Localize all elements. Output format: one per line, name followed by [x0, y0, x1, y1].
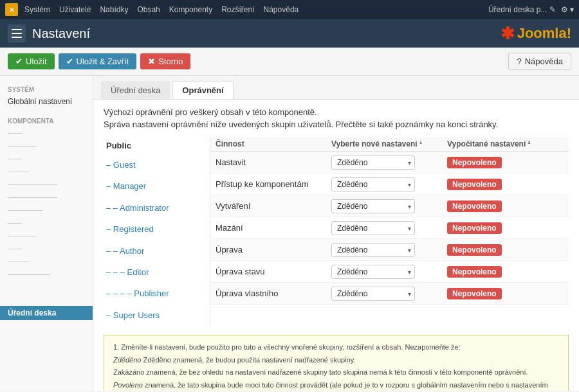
perm-action-3: Mazání	[216, 223, 331, 233]
perm-row-0: Nastavit Zděděno Povoleno Zakázáno ▾	[210, 152, 569, 174]
calc-badge-6: Nepovoleno	[447, 288, 502, 299]
select-wrapper-0: Zděděno Povoleno Zakázáno ▾	[331, 156, 415, 170]
help-button[interactable]: ? Nápověda	[508, 53, 571, 70]
sidebar-item-1[interactable]: ——	[0, 126, 93, 139]
svg-rect-0	[12, 29, 22, 30]
sidebar-item-11[interactable]: ———	[0, 254, 93, 267]
joomla-brand-text: Joomla!	[517, 25, 571, 42]
sidebar-item-5[interactable]: ———————	[0, 177, 93, 190]
perm-action-2: Vytváření	[216, 201, 331, 211]
col-header-calc: Vypočítané nastavení ²	[447, 139, 564, 148]
select-wrapper-5: Zděděno Povoleno Zakázáno ▾	[331, 265, 415, 279]
note-povoleno: Povoleno	[113, 381, 143, 389]
perm-row-6: Úprava vlastního Zděděno Povoleno Zakázá…	[210, 283, 569, 305]
sidebar-system-label: SYSTÉM	[0, 82, 93, 94]
settings-icon[interactable]: ⚙ ▾	[561, 5, 574, 14]
cancel-button[interactable]: ✖ Storno	[140, 53, 190, 69]
perm-action-5: Úprava stavu	[216, 267, 331, 276]
cancel-label: Storno	[158, 57, 183, 66]
tab-opravneni[interactable]: Oprávnění	[172, 81, 233, 99]
nav-help[interactable]: Nápověda	[264, 5, 299, 14]
calc-badge-4: Nepovoleno	[447, 244, 502, 256]
sidebar-item-7[interactable]: —————	[0, 203, 93, 216]
menu-toggle-icon[interactable]	[8, 24, 26, 42]
perm-row-5: Úprava stavu Zděděno Povoleno Zakázáno ▾	[210, 261, 569, 283]
select-wrapper-6: Zděděno Povoleno Zakázáno ▾	[331, 287, 415, 301]
perm-select-1: Zděděno Povoleno Zakázáno ▾	[331, 177, 447, 192]
nav-menus[interactable]: Nabídky	[100, 5, 128, 14]
svg-rect-2	[12, 37, 22, 38]
perm-select-4: Zděděno Povoleno Zakázáno ▾	[331, 243, 447, 257]
group-manager[interactable]: – Manager	[104, 175, 210, 197]
tabs-bar: Úřední deska Oprávnění	[93, 76, 579, 100]
calc-badge-5: Nepovoleno	[447, 266, 502, 278]
calc-badge-1: Nepovoleno	[447, 179, 502, 190]
select-wrapper-2: Zděděno Povoleno Zakázáno ▾	[331, 199, 415, 213]
cancel-icon: ✖	[148, 57, 155, 66]
perm-select-5: Zděděno Povoleno Zakázáno ▾	[331, 265, 447, 279]
sidebar-item-global[interactable]: Globální nastavení	[0, 94, 93, 109]
nav-content[interactable]: Obsah	[137, 5, 160, 14]
select-wrapper-3: Zděděno Povoleno Zakázáno ▾	[331, 221, 415, 235]
calc-badge-2: Nepovoleno	[447, 200, 502, 212]
calc-badge-3: Nepovoleno	[447, 222, 502, 234]
perm-dropdown-1[interactable]: Zděděno Povoleno Zakázáno	[331, 177, 415, 192]
perm-calc-0: Nepovoleno	[447, 157, 564, 168]
perm-dropdown-6[interactable]: Zděděno Povoleno Zakázáno	[331, 287, 415, 301]
sidebar-item-8[interactable]: ——	[0, 216, 93, 229]
group-administrator[interactable]: – – Administrator	[104, 197, 210, 218]
perm-select-3: Zděděno Povoleno Zakázáno ▾	[331, 221, 447, 235]
top-right-nav: Úřední deska p... ✎ ⚙ ▾	[488, 5, 574, 14]
nav-system[interactable]: Systém	[24, 5, 50, 14]
nav-users[interactable]: Uživatelé	[59, 5, 91, 14]
perm-dropdown-2[interactable]: Zděděno Povoleno Zakázáno	[331, 199, 415, 213]
calc-badge-0: Nepovoleno	[447, 157, 502, 168]
save-button[interactable]: ✔ Uložit	[8, 53, 55, 69]
note-1: 1. Změníte-li nastavení, bude použito pr…	[113, 342, 559, 353]
sidebar-item-6[interactable]: ———————	[0, 190, 93, 203]
joomla-x-icon: ✕	[5, 3, 18, 16]
sidebar-item-10[interactable]: ——	[0, 242, 93, 254]
col-header-select: Vyberte nové nastavení ¹	[331, 139, 447, 148]
save-close-button[interactable]: ✔ Uložit & Zavřít	[59, 53, 137, 69]
perm-calc-5: Nepovoleno	[447, 266, 564, 278]
sidebar-item-4[interactable]: ———	[0, 165, 93, 177]
group-publisher[interactable]: – – – – Publisher	[104, 283, 210, 304]
tab-uredni-deska[interactable]: Úřední deska	[101, 81, 170, 99]
nav-extensions[interactable]: Rozšíření	[221, 5, 254, 14]
group-registered[interactable]: – Registered	[104, 218, 210, 240]
group-guest[interactable]: – Guest	[104, 154, 210, 175]
sidebar-item-9[interactable]: ————	[0, 229, 93, 242]
permissions-table: Činnost Vyberte nové nastavení ¹ Vypočít…	[210, 137, 569, 326]
admin-link[interactable]: Úřední deska p... ✎	[488, 5, 556, 14]
sidebar-item-3[interactable]: ——	[0, 152, 93, 165]
perm-select-0: Zděděno Povoleno Zakázáno ▾	[331, 156, 447, 170]
perm-action-0: Nastavit	[216, 157, 331, 167]
group-author[interactable]: – – Author	[104, 240, 210, 262]
note-1c: Povoleno znamená, že tato skupina bude m…	[113, 380, 559, 391]
description-1: Výchozí oprávnění pro veškerý obsah v té…	[104, 107, 569, 117]
note-1b: Zakázáno znamená, že bez ohledu na nasta…	[113, 367, 559, 379]
perm-dropdown-0[interactable]: Zděděno Povoleno Zakázáno	[331, 156, 415, 170]
sidebar-item-12[interactable]: ——————	[0, 267, 93, 280]
group-editor[interactable]: – – – Editor	[104, 262, 210, 283]
perm-action-4: Úprava	[216, 245, 331, 254]
notes-section: 1. Změníte-li nastavení, bude použito pr…	[104, 335, 569, 391]
content-body: Výchozí oprávnění pro veškerý obsah v té…	[93, 100, 579, 391]
joomla-brand: ✱ Joomla!	[501, 24, 571, 44]
group-superusers[interactable]: – Super Users	[104, 305, 210, 326]
perm-action-6: Úprava vlastního	[216, 289, 331, 298]
perm-select-2: Zděděno Povoleno Zakázáno ▾	[331, 199, 447, 213]
perm-dropdown-5[interactable]: Zděděno Povoleno Zakázáno	[331, 265, 415, 279]
nav-components[interactable]: Komponenty	[169, 5, 212, 14]
perm-row-3: Mazání Zděděno Povoleno Zakázáno ▾	[210, 217, 569, 239]
perm-dropdown-4[interactable]: Zděděno Povoleno Zakázáno	[331, 243, 415, 257]
help-icon: ?	[517, 57, 521, 66]
save-icon: ✔	[15, 57, 23, 66]
note-zdedeno: Zděděno	[113, 356, 141, 364]
sidebar-item-active[interactable]: Úřední deska	[0, 306, 93, 320]
perm-dropdown-3[interactable]: Zděděno Povoleno Zakázáno	[331, 221, 415, 235]
note-1a: Zděděno Zděděno znamená, že budou použit…	[113, 355, 559, 366]
perm-calc-2: Nepovoleno	[447, 200, 564, 212]
sidebar-item-2[interactable]: ————	[0, 139, 93, 152]
